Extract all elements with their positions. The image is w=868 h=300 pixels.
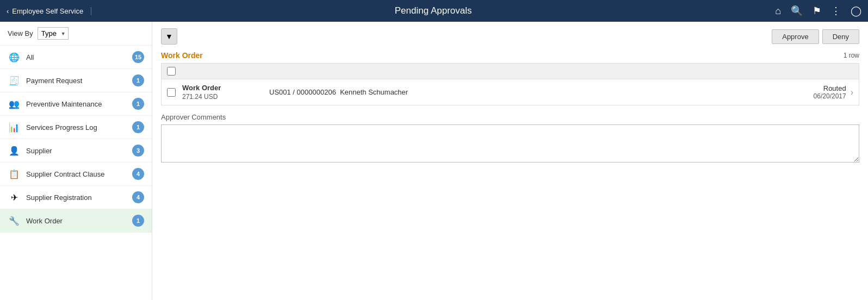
sidebar-item-preventive-maintenance[interactable]: 👥Preventive Maintenance1 bbox=[0, 92, 152, 116]
section-title: Work Order bbox=[161, 51, 203, 60]
content-area: ▼ Approve Deny Work Order 1 row Work Ord… bbox=[152, 22, 868, 300]
back-navigation[interactable]: ‹ Employee Self Service bbox=[7, 7, 91, 15]
work-order-icon: 🔧 bbox=[8, 214, 21, 227]
filter-icon: ▼ bbox=[165, 32, 173, 41]
sidebar-item-supplier-contract-clause[interactable]: 📋Supplier Contract Clause4 bbox=[0, 162, 152, 186]
work-order-reference: US001 / 0000000206 bbox=[269, 88, 336, 96]
page-title: Pending Approvals bbox=[91, 5, 775, 16]
sidebar-item-badge-supplier: 3 bbox=[132, 145, 144, 157]
flag-icon[interactable]: ⚑ bbox=[813, 5, 821, 17]
sidebar-item-label-all: All bbox=[26, 53, 132, 61]
work-order-title: Work Order bbox=[182, 84, 247, 92]
work-order-person: Kenneth Schumacher bbox=[340, 88, 408, 96]
sidebar-item-supplier-registration[interactable]: ✈Supplier Registration4 bbox=[0, 186, 152, 209]
all-icon: 🌐 bbox=[8, 51, 21, 64]
back-arrow-icon: ‹ bbox=[7, 7, 9, 15]
header-icons: ⌂ 🔍 ⚑ ⋮ ◯ bbox=[775, 5, 861, 17]
preventive-maintenance-icon: 👥 bbox=[8, 97, 21, 110]
sidebar-item-label-preventive-maintenance: Preventive Maintenance bbox=[26, 100, 132, 108]
sidebar-item-label-supplier: Supplier bbox=[26, 147, 132, 155]
toolbar-row: ▼ Approve Deny bbox=[161, 28, 859, 45]
app-header: ‹ Employee Self Service Pending Approval… bbox=[0, 0, 868, 22]
sidebar-item-label-payment-request: Payment Request bbox=[26, 77, 132, 85]
work-order-reference-person: US001 / 0000000206 Kenneth Schumacher bbox=[247, 88, 814, 96]
action-buttons: Approve Deny bbox=[772, 29, 859, 44]
main-layout: View By Type 🌐All15🧾Payment Request1👥Pre… bbox=[0, 22, 868, 300]
sidebar-item-all[interactable]: 🌐All15 bbox=[0, 46, 152, 69]
approve-button[interactable]: Approve bbox=[772, 29, 819, 44]
deny-button[interactable]: Deny bbox=[822, 29, 859, 44]
select-all-checkbox[interactable] bbox=[167, 67, 176, 76]
work-order-status-date: Routed 06/20/2017 bbox=[814, 84, 846, 100]
work-order-main-info: Work Order 271.24 USD bbox=[182, 84, 247, 101]
supplier-registration-icon: ✈ bbox=[8, 191, 21, 204]
approver-comments-input[interactable] bbox=[161, 124, 859, 162]
chevron-right-icon: › bbox=[851, 88, 853, 97]
sidebar-item-label-supplier-contract-clause: Supplier Contract Clause bbox=[26, 170, 132, 178]
sidebar-item-badge-all: 15 bbox=[132, 51, 144, 63]
view-by-select-wrapper[interactable]: Type bbox=[38, 27, 69, 40]
supplier-contract-clause-icon: 📋 bbox=[8, 167, 21, 180]
work-order-amount: 271.24 USD bbox=[182, 93, 247, 101]
sidebar-item-supplier[interactable]: 👤Supplier3 bbox=[0, 139, 152, 162]
view-by-select[interactable]: Type bbox=[38, 27, 69, 40]
approver-comments-label: Approver Comments bbox=[161, 113, 859, 121]
payment-request-icon: 🧾 bbox=[8, 74, 21, 87]
back-label: Employee Self Service bbox=[12, 7, 83, 15]
view-by-row: View By Type bbox=[0, 22, 152, 46]
work-order-row[interactable]: Work Order 271.24 USD US001 / 0000000206… bbox=[161, 79, 859, 105]
sidebar-item-payment-request[interactable]: 🧾Payment Request1 bbox=[0, 69, 152, 92]
more-vert-icon[interactable]: ⋮ bbox=[831, 5, 841, 17]
search-icon[interactable]: 🔍 bbox=[791, 5, 803, 17]
approver-comments-section: Approver Comments bbox=[161, 113, 859, 164]
sidebar-item-work-order[interactable]: 🔧Work Order1 bbox=[0, 209, 152, 233]
table-header-row bbox=[161, 63, 859, 79]
filter-button[interactable]: ▼ bbox=[161, 28, 177, 45]
account-circle-icon[interactable]: ◯ bbox=[851, 5, 861, 17]
work-order-status: Routed bbox=[823, 84, 846, 92]
sidebar-item-label-supplier-registration: Supplier Registration bbox=[26, 193, 132, 202]
services-progress-log-icon: 📊 bbox=[8, 121, 21, 134]
work-order-checkbox[interactable] bbox=[167, 88, 176, 97]
sidebar-item-badge-preventive-maintenance: 1 bbox=[132, 98, 144, 110]
sidebar-item-badge-supplier-contract-clause: 4 bbox=[132, 168, 144, 180]
home-icon[interactable]: ⌂ bbox=[775, 5, 781, 17]
sidebar-items-list: 🌐All15🧾Payment Request1👥Preventive Maint… bbox=[0, 46, 152, 233]
sidebar: View By Type 🌐All15🧾Payment Request1👥Pre… bbox=[0, 22, 152, 300]
sidebar-item-label-work-order: Work Order bbox=[26, 217, 132, 225]
sidebar-item-badge-supplier-registration: 4 bbox=[132, 191, 144, 203]
sidebar-item-badge-payment-request: 1 bbox=[132, 74, 144, 86]
work-order-date: 06/20/2017 bbox=[814, 92, 846, 100]
section-header: Work Order 1 row bbox=[161, 51, 859, 60]
sidebar-item-label-services-progress-log: Services Progress Log bbox=[26, 123, 132, 132]
row-count: 1 row bbox=[844, 52, 859, 59]
sidebar-item-badge-work-order: 1 bbox=[132, 215, 144, 227]
view-by-label: View By bbox=[8, 29, 33, 38]
supplier-icon: 👤 bbox=[8, 144, 21, 157]
sidebar-item-services-progress-log[interactable]: 📊Services Progress Log1 bbox=[0, 116, 152, 139]
sidebar-item-badge-services-progress-log: 1 bbox=[132, 121, 144, 133]
